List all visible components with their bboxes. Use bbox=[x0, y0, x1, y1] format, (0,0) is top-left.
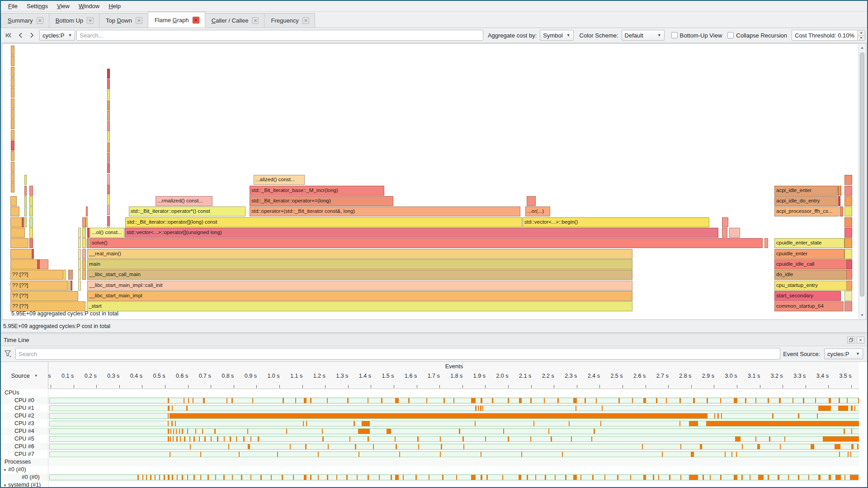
flame-frame-small[interactable] bbox=[29, 206, 33, 216]
timeline-row--0-0-[interactable]: ▼#0 (#0) bbox=[1, 466, 859, 474]
timeline-row-cpu-1[interactable]: CPU #1 bbox=[1, 404, 859, 412]
menu-file[interactable]: File bbox=[4, 1, 22, 11]
flame-frame-small[interactable] bbox=[844, 175, 852, 185]
flame-frame[interactable]: std::_Bit_iterator::operator[](long) con… bbox=[125, 217, 522, 227]
tab-close-icon[interactable]: ✕ bbox=[193, 17, 199, 23]
event-track[interactable] bbox=[49, 421, 859, 427]
flame-frame-small[interactable] bbox=[840, 206, 843, 216]
flame-frame-small[interactable] bbox=[11, 77, 14, 87]
flame-frame-small[interactable] bbox=[29, 238, 33, 248]
flame-frame-small[interactable] bbox=[22, 217, 24, 227]
spin-buttons[interactable]: ▲ ▼ bbox=[857, 30, 865, 40]
flame-frame-small[interactable] bbox=[10, 206, 19, 216]
flame-frame-small[interactable] bbox=[64, 270, 66, 280]
flame-frame-small[interactable] bbox=[68, 281, 70, 291]
flame-frame-small[interactable] bbox=[844, 186, 852, 196]
tab-top-down[interactable]: Top Down✕ bbox=[99, 13, 148, 28]
flame-frame-small[interactable] bbox=[11, 109, 14, 119]
event-track[interactable] bbox=[49, 398, 859, 404]
flame-scrollbar-thumb[interactable] bbox=[860, 52, 864, 296]
flame-frame-small[interactable] bbox=[24, 217, 27, 227]
flame-frame-small[interactable] bbox=[840, 186, 841, 196]
timeline-row-cpus[interactable]: CPUs bbox=[1, 389, 859, 397]
flame-frame-small[interactable] bbox=[10, 238, 28, 248]
flame-frame-small[interactable] bbox=[10, 217, 22, 227]
flame-frame[interactable]: ?? [??] bbox=[10, 301, 85, 311]
flame-frame[interactable]: ...ol() const... bbox=[90, 228, 124, 238]
flame-frame-small[interactable] bbox=[86, 217, 88, 227]
menu-window[interactable]: Window bbox=[74, 1, 104, 11]
flame-frame-small[interactable] bbox=[107, 205, 110, 215]
flame-frame[interactable]: std::_Bit_iterator::operator*() const bbox=[129, 206, 245, 216]
flame-frame[interactable]: ?? [??] bbox=[10, 270, 63, 280]
flame-frame-small[interactable] bbox=[107, 195, 110, 205]
flame-frame[interactable]: ...rmalized() const... bbox=[156, 196, 212, 206]
spin-down-icon[interactable]: ▼ bbox=[858, 36, 865, 41]
flame-frame[interactable]: cpuidle_idle_call bbox=[774, 259, 847, 269]
timeline-row-cpu-2[interactable]: CPU #2 bbox=[1, 412, 859, 420]
flame-frame[interactable]: ?? [??] bbox=[10, 281, 68, 291]
event-track[interactable] bbox=[49, 444, 859, 450]
event-track[interactable] bbox=[49, 428, 859, 434]
flame-frame-small[interactable] bbox=[39, 259, 48, 269]
flame-frame-small[interactable] bbox=[844, 238, 852, 248]
flame-frame[interactable]: main bbox=[87, 259, 632, 269]
timeline-row-cpu-5[interactable]: CPU #5 bbox=[1, 435, 859, 443]
tab-caller-callee[interactable]: Caller / Callee✕ bbox=[205, 13, 265, 28]
timeline-dock-titlebar[interactable]: Time Line ✕ bbox=[1, 334, 867, 346]
flame-frame-small[interactable] bbox=[527, 196, 536, 206]
tab-close-icon[interactable]: ✕ bbox=[302, 17, 309, 24]
flame-frame[interactable]: acpi_idle_enter bbox=[774, 186, 837, 196]
timeline-row-cpu-0[interactable]: CPU #0 bbox=[1, 397, 859, 404]
flame-frame-small[interactable] bbox=[82, 259, 86, 269]
timeline-row-cpu-3[interactable]: CPU #3 bbox=[1, 420, 859, 427]
flame-frame-small[interactable] bbox=[10, 249, 32, 259]
flame-frame[interactable]: do_idle bbox=[774, 270, 847, 280]
flame-frame-small[interactable] bbox=[107, 79, 110, 89]
flame-frame-small[interactable] bbox=[107, 100, 110, 110]
flame-frame-small[interactable] bbox=[78, 238, 81, 248]
expand-arrow-icon[interactable]: ▼ bbox=[2, 466, 8, 474]
flame-frame-small[interactable] bbox=[729, 228, 740, 238]
flame-frame-small[interactable] bbox=[11, 88, 14, 98]
flame-frame-small[interactable] bbox=[764, 238, 768, 248]
flame-frame-small[interactable] bbox=[107, 69, 110, 79]
flame-frame-small[interactable] bbox=[11, 172, 14, 182]
flame-frame-small[interactable] bbox=[107, 111, 110, 121]
flame-frame-small[interactable] bbox=[82, 217, 86, 227]
flame-frame-small[interactable] bbox=[87, 228, 90, 238]
timeline-row-cpu-7[interactable]: CPU #7 bbox=[1, 450, 859, 458]
flame-frame-small[interactable] bbox=[10, 196, 17, 206]
menu-help[interactable]: Help bbox=[104, 1, 125, 11]
flame-frame-small[interactable] bbox=[844, 196, 852, 206]
flame-frame-small[interactable] bbox=[29, 196, 33, 206]
flame-frame-small[interactable] bbox=[838, 196, 840, 206]
flame-frame-small[interactable] bbox=[844, 291, 852, 301]
event-track[interactable] bbox=[49, 474, 859, 480]
tab-bottom-up[interactable]: Bottom Up✕ bbox=[49, 13, 99, 28]
flame-frame-small[interactable] bbox=[11, 130, 14, 140]
flame-frame-small[interactable] bbox=[32, 249, 34, 259]
flame-frame-small[interactable] bbox=[11, 162, 14, 172]
flame-frame-small[interactable] bbox=[107, 142, 110, 152]
color-scheme-combo[interactable]: Default ▼ bbox=[622, 30, 665, 41]
go-to-first-button[interactable] bbox=[3, 30, 14, 41]
flame-frame-small[interactable] bbox=[82, 249, 86, 259]
flame-scrollbar[interactable]: ▲ ▼ bbox=[859, 44, 865, 319]
flame-frame-small[interactable] bbox=[107, 184, 110, 194]
flame-frame[interactable]: solve() bbox=[90, 238, 763, 248]
flame-frame-small[interactable] bbox=[107, 163, 110, 173]
timeline-row-cpu-6[interactable]: CPU #6 bbox=[1, 443, 859, 450]
flame-frame-small[interactable] bbox=[78, 249, 81, 259]
flame-frame-small[interactable] bbox=[86, 206, 88, 216]
flame-frame-small[interactable] bbox=[82, 270, 86, 280]
flame-frame-small[interactable] bbox=[722, 228, 727, 238]
tab-flame-graph[interactable]: Flame Graph✕ bbox=[148, 12, 205, 28]
scroll-down-icon[interactable]: ▼ bbox=[859, 312, 865, 319]
flame-graph-view[interactable]: ?? [??]?? [??]?? [??]?? [??]_start__libc… bbox=[2, 43, 866, 320]
flame-frame-small[interactable] bbox=[71, 281, 72, 291]
flame-frame-small[interactable] bbox=[11, 46, 14, 56]
flame-frame-small[interactable] bbox=[24, 175, 27, 185]
flame-frame-small[interactable] bbox=[107, 216, 110, 226]
tab-close-icon[interactable]: ✕ bbox=[87, 17, 94, 24]
